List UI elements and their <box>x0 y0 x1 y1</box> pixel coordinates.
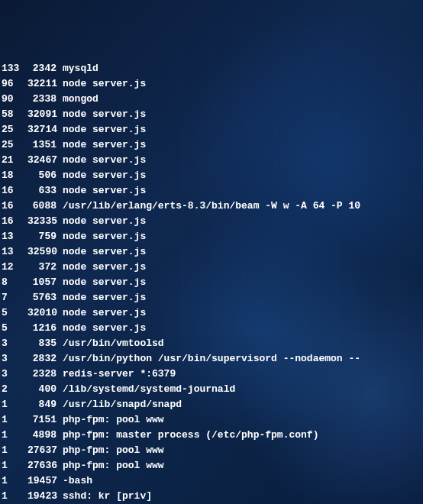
col-command: node server.js <box>63 229 423 244</box>
process-row: 1332342mysqld <box>2 61 423 76</box>
col-count: 1 <box>2 489 27 504</box>
col-command: node server.js <box>63 153 423 168</box>
col-pid: 1216 <box>27 321 63 336</box>
col-command: node server.js <box>63 214 423 229</box>
process-row: 3835/usr/bin/vmtoolsd <box>2 336 423 351</box>
col-command: node server.js <box>63 305 423 321</box>
col-count: 2 <box>2 382 27 397</box>
process-row: 1332590node server.js <box>2 244 423 260</box>
col-count: 3 <box>2 336 27 351</box>
process-row: 32328redis-server *:6379 <box>2 367 423 382</box>
process-row: 2132467node server.js <box>2 153 423 168</box>
process-row: 13759node server.js <box>2 229 423 244</box>
col-pid: 32467 <box>27 153 63 168</box>
process-row: 119457-bash <box>2 473 423 489</box>
process-row: 119423sshd: kr [priv] <box>2 489 423 504</box>
process-row: 2400/lib/systemd/systemd-journald <box>2 382 423 397</box>
col-pid: 400 <box>27 382 63 397</box>
col-command: /usr/lib/erlang/erts-8.3/bin/beam -W w -… <box>63 199 423 214</box>
process-row: 32832/usr/bin/python /usr/bin/supervisor… <box>2 351 423 367</box>
col-command: php-fpm: pool www <box>63 443 423 458</box>
process-row: 902338mongod <box>2 92 423 107</box>
col-count: 3 <box>2 351 27 367</box>
process-row: 75763node server.js <box>2 290 423 305</box>
col-pid: 27636 <box>27 458 63 473</box>
col-pid: 7151 <box>27 412 63 428</box>
col-count: 16 <box>2 199 27 214</box>
col-command: node server.js <box>63 275 423 290</box>
process-row: 166088/usr/lib/erlang/erts-8.3/bin/beam … <box>2 199 423 214</box>
process-row: 18506node server.js <box>2 168 423 183</box>
process-row: 127636php-fpm: pool www <box>2 458 423 473</box>
col-command: php-fpm: master process (/etc/php-fpm.co… <box>63 428 423 443</box>
col-command: node server.js <box>63 244 423 260</box>
process-row: 81057node server.js <box>2 275 423 290</box>
col-count: 18 <box>2 168 27 183</box>
col-command: mysqld <box>63 61 423 76</box>
col-pid: 2832 <box>27 351 63 367</box>
process-row: 127637php-fpm: pool www <box>2 443 423 458</box>
col-pid: 372 <box>27 260 63 275</box>
col-pid: 633 <box>27 183 63 199</box>
process-row: 12372node server.js <box>2 260 423 275</box>
col-pid: 27637 <box>27 443 63 458</box>
col-command: node server.js <box>63 76 423 92</box>
process-row: 532010node server.js <box>2 305 423 321</box>
col-count: 1 <box>2 397 27 412</box>
col-pid: 759 <box>27 229 63 244</box>
col-command: node server.js <box>63 137 423 153</box>
col-count: 25 <box>2 122 27 137</box>
col-pid: 32010 <box>27 305 63 321</box>
col-command: /usr/bin/vmtoolsd <box>63 336 423 351</box>
col-command: -bash <box>63 473 423 489</box>
col-command: node server.js <box>63 122 423 137</box>
col-pid: 4898 <box>27 428 63 443</box>
col-count: 25 <box>2 137 27 153</box>
col-count: 5 <box>2 321 27 336</box>
col-count: 21 <box>2 153 27 168</box>
col-pid: 19457 <box>27 473 63 489</box>
col-pid: 2338 <box>27 92 63 107</box>
col-count: 12 <box>2 260 27 275</box>
col-count: 90 <box>2 92 27 107</box>
col-count: 1 <box>2 473 27 489</box>
col-pid: 19423 <box>27 489 63 504</box>
col-pid: 32211 <box>27 76 63 92</box>
col-command: node server.js <box>63 260 423 275</box>
col-command: redis-server *:6379 <box>63 367 423 382</box>
process-row: 9632211node server.js <box>2 76 423 92</box>
col-count: 13 <box>2 229 27 244</box>
col-count: 96 <box>2 76 27 92</box>
col-command: /usr/bin/python /usr/bin/supervisord --n… <box>63 351 423 367</box>
col-count: 7 <box>2 290 27 305</box>
process-row: 14898php-fpm: master process (/etc/php-f… <box>2 428 423 443</box>
col-pid: 2342 <box>27 61 63 76</box>
process-row: 251351node server.js <box>2 137 423 153</box>
col-pid: 32091 <box>27 107 63 122</box>
col-count: 16 <box>2 183 27 199</box>
terminal-output: 1332342mysqld9632211node server.js902338… <box>2 61 423 504</box>
col-pid: 2328 <box>27 367 63 382</box>
col-pid: 1057 <box>27 275 63 290</box>
col-command: node server.js <box>63 168 423 183</box>
col-pid: 506 <box>27 168 63 183</box>
col-command: /lib/systemd/systemd-journald <box>63 382 423 397</box>
col-command: node server.js <box>63 183 423 199</box>
col-count: 58 <box>2 107 27 122</box>
col-pid: 32335 <box>27 214 63 229</box>
process-row: 51216node server.js <box>2 321 423 336</box>
col-count: 133 <box>2 61 27 76</box>
col-command: node server.js <box>63 290 423 305</box>
process-row: 1632335node server.js <box>2 214 423 229</box>
col-count: 13 <box>2 244 27 260</box>
col-pid: 6088 <box>27 199 63 214</box>
col-count: 16 <box>2 214 27 229</box>
process-row: 17151php-fpm: pool www <box>2 412 423 428</box>
col-command: php-fpm: pool www <box>63 458 423 473</box>
col-count: 1 <box>2 458 27 473</box>
col-pid: 5763 <box>27 290 63 305</box>
col-pid: 32590 <box>27 244 63 260</box>
col-pid: 849 <box>27 397 63 412</box>
col-command: php-fpm: pool www <box>63 412 423 428</box>
col-pid: 835 <box>27 336 63 351</box>
